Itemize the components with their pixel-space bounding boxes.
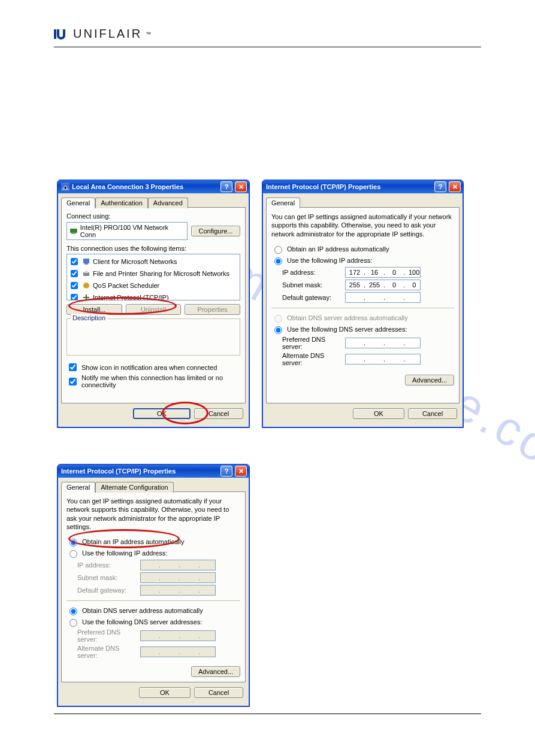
configure-button[interactable]: Configure...	[191, 226, 240, 236]
alternate-dns-label: Alternate DNS server:	[282, 352, 345, 366]
ip-octet	[201, 573, 217, 582]
ip-octet	[142, 631, 158, 640]
ok-button[interactable]: OK	[133, 408, 191, 419]
alternate-dns-label: Alternate DNS server:	[77, 645, 140, 659]
preferred-dns-field[interactable]: ...	[345, 338, 421, 348]
help-button[interactable]: ?	[434, 181, 446, 192]
ip-octet	[162, 631, 177, 640]
radio-ip-manual[interactable]	[274, 257, 282, 265]
ip-octet[interactable]	[347, 355, 362, 363]
help-button[interactable]: ?	[220, 181, 232, 192]
ip-octet	[182, 586, 197, 594]
item-checkbox[interactable]	[71, 270, 78, 277]
radio-ip-manual-label: Use the following IP address:	[82, 549, 167, 557]
ip-octet[interactable]	[367, 281, 382, 289]
radio-ip-manual[interactable]	[69, 550, 77, 558]
tab-authentication[interactable]: Authentication	[95, 198, 148, 208]
ip-octet[interactable]	[406, 339, 422, 347]
ip-octet	[201, 648, 217, 656]
tab-advanced[interactable]: Advanced	[148, 198, 188, 208]
ip-octet[interactable]	[347, 281, 362, 289]
ip-octet[interactable]	[386, 293, 402, 302]
alternate-dns-field[interactable]: ...	[345, 354, 421, 365]
ip-octet[interactable]	[367, 268, 382, 277]
properties-button: Properties	[185, 304, 240, 315]
list-item[interactable]: File and Printer Sharing for Microsoft N…	[68, 268, 238, 280]
adapter-name: Intel(R) PRO/100 VM Network Conn	[80, 224, 185, 238]
radio-ip-auto[interactable]	[274, 246, 282, 254]
gateway-field[interactable]: . . .	[345, 292, 421, 303]
ip-octet	[142, 561, 158, 569]
items-label: This connection uses the following items…	[67, 245, 240, 252]
tab-general[interactable]: General	[266, 198, 300, 208]
radio-dns-manual-label: Use the following DNS server addresses:	[287, 326, 407, 333]
ip-address-label: IP address:	[282, 269, 345, 276]
ip-address-field[interactable]: . . .	[345, 267, 421, 278]
help-button[interactable]: ?	[220, 466, 232, 476]
ip-address-label: IP address:	[77, 561, 140, 569]
item-checkbox[interactable]	[71, 258, 78, 265]
alternate-dns-field: ...	[140, 646, 216, 657]
advanced-button[interactable]: Advanced...	[405, 375, 454, 385]
cancel-button[interactable]: Cancel	[194, 408, 243, 419]
radio-dns-manual[interactable]	[69, 619, 77, 627]
ip-octet[interactable]	[406, 268, 422, 277]
radio-dns-manual[interactable]	[274, 326, 282, 334]
list-item[interactable]: Client for Microsoft Networks	[68, 256, 238, 268]
ip-octet[interactable]	[347, 339, 362, 347]
cancel-button[interactable]: Cancel	[194, 687, 243, 698]
close-button[interactable]: ✕	[449, 181, 461, 192]
qos-icon	[82, 281, 90, 290]
intro-text: You can get IP settings assigned automat…	[271, 212, 454, 238]
ip-octet[interactable]	[347, 268, 362, 277]
ip-octet[interactable]	[406, 293, 422, 302]
ip-octet[interactable]	[386, 281, 402, 289]
ip-octet[interactable]	[386, 355, 402, 363]
uninstall-button: Uninstall	[126, 304, 182, 315]
client-icon	[82, 257, 90, 266]
ok-button[interactable]: OK	[139, 687, 191, 698]
ip-octet	[182, 561, 197, 569]
svg-rect-2	[70, 229, 77, 233]
install-button[interactable]: Install...	[67, 304, 122, 315]
tab-general[interactable]: General	[61, 482, 95, 493]
subnet-mask-field[interactable]: . . .	[345, 280, 421, 290]
tab-alternate-config[interactable]: Alternate Configuration	[95, 482, 174, 493]
ip-address-field: ...	[140, 560, 216, 570]
brand-name: UNIFLAIR	[73, 27, 142, 41]
show-icon-checkbox[interactable]	[69, 363, 77, 371]
components-listbox[interactable]: Client for Microsoft Networks File and P…	[67, 254, 240, 300]
ip-octet[interactable]	[406, 355, 422, 363]
advanced-button[interactable]: Advanced...	[191, 666, 240, 677]
ip-octet[interactable]	[347, 293, 362, 302]
close-button[interactable]: ✕	[235, 466, 247, 476]
ip-octet[interactable]	[386, 339, 402, 347]
ip-octet[interactable]	[367, 339, 382, 347]
radio-dns-auto[interactable]	[69, 608, 77, 615]
ok-button[interactable]: OK	[353, 408, 404, 419]
gateway-field: ...	[140, 585, 216, 596]
window-title: Local Area Connection 3 Properties	[72, 183, 218, 190]
item-label: QoS Packet Scheduler	[93, 282, 159, 289]
svg-rect-3	[71, 233, 76, 234]
ip-octet[interactable]	[367, 293, 382, 302]
item-checkbox[interactable]	[71, 294, 78, 300]
list-item[interactable]: Internet Protocol (TCP/IP)	[68, 292, 238, 300]
svg-rect-7	[84, 271, 88, 273]
close-button[interactable]: ✕	[235, 181, 247, 192]
item-checkbox[interactable]	[71, 282, 78, 289]
ip-octet	[142, 648, 158, 656]
ip-octet[interactable]	[406, 281, 422, 289]
notify-limited-checkbox[interactable]	[69, 378, 77, 385]
radio-ip-auto[interactable]	[69, 539, 77, 546]
tab-general[interactable]: General	[61, 198, 95, 208]
ip-octet[interactable]	[367, 355, 382, 363]
svg-rect-5	[84, 263, 88, 265]
ip-octet[interactable]	[386, 268, 402, 277]
tcpip-properties-window-auto: Internet Protocol (TCP/IP) Properties ? …	[57, 464, 250, 707]
list-item[interactable]: QoS Packet Scheduler	[68, 280, 238, 292]
notify-limited-label: Notify me when this connection has limit…	[81, 374, 240, 388]
cancel-button[interactable]: Cancel	[408, 408, 457, 419]
preferred-dns-label: Preferred DNS server:	[282, 336, 345, 350]
svg-rect-0	[54, 29, 56, 39]
